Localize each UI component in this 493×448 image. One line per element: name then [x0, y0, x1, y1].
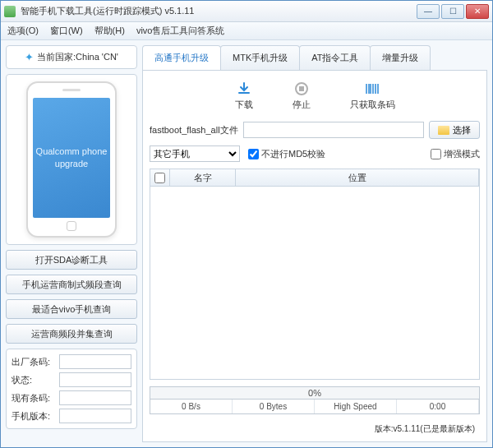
current-code-input[interactable]: [59, 390, 131, 405]
window-title: 智能手机下载工具(运行时跟踪模式) v5.1.11: [21, 5, 417, 17]
folder-icon: [438, 126, 449, 135]
left-panel: ✦ 当前国家:China 'CN' Qualcomm phone upgrade…: [6, 45, 137, 442]
tab-bar: 高通手机升级 MTK手机升级 AT指令工具 增量升级: [142, 45, 487, 70]
status1-label: 状态:: [12, 374, 56, 386]
download-label: 下载: [235, 99, 253, 111]
app-icon: [4, 6, 16, 17]
factory-code-input[interactable]: [59, 354, 131, 369]
minimize-button[interactable]: —: [417, 4, 440, 19]
download-action[interactable]: 下载: [235, 81, 253, 111]
file-grid: 名字 位置: [150, 169, 480, 380]
svg-rect-1: [299, 86, 304, 91]
phone-preview-box: Qualcomm phone upgrade: [6, 74, 137, 245]
info-panel: 出厂条码: 状态: 现有条码: 手机版本:: [6, 349, 137, 429]
status-row: 0 B/s 0 Bytes High Speed 0:00: [150, 400, 480, 414]
status-speed: 0 B/s: [150, 400, 233, 413]
menu-options[interactable]: 选项(O): [7, 25, 39, 37]
stop-label: 停止: [293, 99, 311, 111]
window-controls: — ☐ ✕: [417, 4, 489, 19]
maximize-button[interactable]: ☐: [441, 4, 464, 19]
file-row: fastboot_flash_all文件 选择: [150, 121, 480, 139]
barcode-icon: [364, 81, 380, 97]
enhanced-input[interactable]: [431, 149, 441, 159]
tab-mtk[interactable]: MTK手机升级: [220, 45, 300, 70]
titlebar: 智能手机下载工具(运行时跟踪模式) v5.1.11 — ☐ ✕: [1, 1, 492, 22]
status1-input[interactable]: [59, 372, 131, 387]
grid-header: 名字 位置: [150, 169, 480, 187]
options-row: 其它手机 不进行MD5校验 增强模式: [150, 145, 480, 162]
menu-window[interactable]: 窗口(W): [50, 25, 83, 37]
status-mode: High Speed: [315, 400, 397, 413]
device-select[interactable]: 其它手机: [150, 145, 240, 162]
phone-ver-label: 手机版本:: [12, 410, 56, 423]
enhanced-label: 增强模式: [444, 148, 480, 160]
tab-content: 下载 停止 只获取条码: [142, 70, 487, 442]
download-icon: [236, 81, 252, 97]
progress-section: 0% 0 B/s 0 Bytes High Speed 0:00: [150, 386, 480, 414]
phone-screen-text: Qualcomm phone upgrade: [33, 145, 110, 171]
progress-percent: 0%: [308, 388, 321, 398]
country-box: ✦ 当前国家:China 'CN': [6, 45, 137, 69]
enhanced-checkbox[interactable]: 增强模式: [431, 148, 480, 160]
phone-mockup: Qualcomm phone upgrade: [26, 81, 117, 238]
band-union-button[interactable]: 运营商频段并集查询: [6, 324, 137, 344]
grid-header-location[interactable]: 位置: [236, 169, 479, 186]
close-button[interactable]: ✕: [466, 4, 489, 19]
current-code-label: 现有条码:: [12, 392, 56, 404]
action-row: 下载 停止 只获取条码: [150, 77, 480, 114]
browse-label: 选择: [453, 124, 471, 136]
tab-qualcomm[interactable]: 高通手机升级: [142, 45, 221, 70]
content-area: ✦ 当前国家:China 'CN' Qualcomm phone upgrade…: [1, 40, 492, 447]
grid-body[interactable]: [150, 187, 480, 380]
browse-button[interactable]: 选择: [429, 121, 480, 139]
tab-at[interactable]: AT指令工具: [299, 45, 371, 70]
select-all-checkbox[interactable]: [154, 173, 165, 183]
no-md5-input[interactable]: [248, 149, 259, 159]
no-md5-checkbox[interactable]: 不进行MD5校验: [248, 148, 325, 160]
phone-screen: Qualcomm phone upgrade: [33, 98, 110, 218]
file-label: fastboot_flash_all文件: [150, 124, 238, 136]
barcode-label: 只获取条码: [350, 99, 395, 111]
version-footer: 版本:v5.1.11(已是最新版本): [150, 421, 480, 435]
phone-speaker: [62, 89, 81, 91]
menu-vivo[interactable]: vivo售后工具问答系统: [136, 25, 225, 37]
phone-ver-input[interactable]: [59, 409, 131, 423]
barcode-action[interactable]: 只获取条码: [350, 81, 395, 111]
progress-bar: 0%: [150, 386, 480, 400]
app-window: 智能手机下载工具(运行时跟踪模式) v5.1.11 — ☐ ✕ 选项(O) 窗口…: [0, 0, 493, 448]
vivo-query-button[interactable]: 最适合vivo手机查询: [6, 299, 137, 319]
no-md5-label: 不进行MD5校验: [261, 148, 325, 160]
open-sda-button[interactable]: 打开SDA诊断工具: [6, 250, 137, 270]
grid-header-check[interactable]: [150, 169, 170, 186]
phone-home-button: [67, 221, 76, 231]
stop-icon: [293, 81, 310, 97]
country-label: 当前国家:China 'CN': [37, 51, 118, 63]
tab-delta[interactable]: 增量升级: [370, 45, 431, 70]
stop-action[interactable]: 停止: [293, 81, 311, 111]
right-panel: 高通手机升级 MTK手机升级 AT指令工具 增量升级 下载: [142, 45, 487, 442]
factory-code-label: 出厂条码:: [12, 356, 56, 368]
country-icon: ✦: [25, 51, 34, 63]
carrier-band-button[interactable]: 手机运营商制式频段查询: [6, 275, 137, 294]
file-path-input[interactable]: [243, 122, 424, 138]
menubar: 选项(O) 窗口(W) 帮助(H) vivo售后工具问答系统: [1, 22, 492, 40]
menu-help[interactable]: 帮助(H): [94, 25, 125, 37]
grid-header-name[interactable]: 名字: [170, 169, 236, 186]
status-time: 0:00: [397, 400, 479, 413]
status-bytes: 0 Bytes: [233, 400, 315, 413]
